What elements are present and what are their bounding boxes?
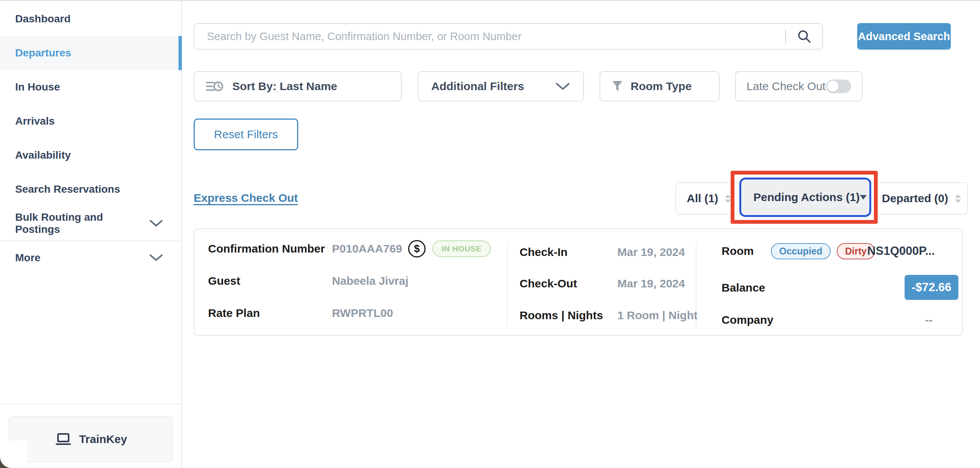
chevron-down-icon [149,220,163,227]
window-corner-mask [0,441,27,468]
sidebar-item-label: Bulk Routing and Postings [15,211,149,235]
sidebar: Dashboard Departures In House Arrivals A… [0,1,182,468]
in-house-badge: IN HOUSE [433,240,491,257]
sidebar-item-label: More [15,252,41,264]
express-check-out-link[interactable]: Express Check Out [194,192,298,205]
guest-label: Guest [208,274,332,287]
sidebar-item-availability[interactable]: Availability [0,138,181,172]
rooms-nights-label: Rooms | Nights [520,309,617,322]
late-check-out-label: Late Check Out [746,80,826,93]
sidebar-item-in-house[interactable]: In House [0,70,181,104]
search-input[interactable] [194,24,785,49]
advanced-search-button[interactable]: Advanced Search [857,23,951,49]
check-out-label: Check-Out [520,277,617,290]
trainkey-label: TrainKey [79,433,127,446]
sort-arrows-icon [955,194,961,203]
sidebar-item-bulk-routing[interactable]: Bulk Routing and Postings [0,206,181,240]
confirmation-row: Confirmation Number P010AAA769 $ IN HOUS… [208,240,491,258]
sidebar-item-label: Arrivals [15,115,54,127]
balance-row: Balance [722,279,765,297]
sidebar-item-label: In House [15,81,60,93]
check-in-value: Mar 19, 2024 [617,246,685,259]
check-in-label: Check-In [520,246,617,259]
caret-down-icon [860,195,867,200]
sort-arrows-icon [725,194,731,203]
search-icon[interactable] [786,24,822,49]
chevron-down-icon [149,254,163,262]
sidebar-item-label: Departures [15,47,71,59]
tab-pending-label: Pending Actions (1) [753,191,860,204]
check-out-row: Check-Out Mar 19, 2024 [520,274,685,293]
sidebar-item-label: Search Reservations [15,183,120,195]
guest-value: Nabeela Jivraj [332,274,409,287]
rooms-nights-value: 1 Room | Night [617,309,698,322]
sidebar-nav: Dashboard Departures In House Arrivals A… [0,1,181,274]
late-check-out-toggle[interactable] [826,79,851,93]
laptop-icon [55,433,72,445]
rooms-nights-row: Rooms | Nights 1 Room | Night [520,306,698,325]
tab-departed[interactable]: Departed (0) [882,183,961,214]
room-row: Room Occupied Dirty NS1Q000P... [722,242,948,260]
reset-filters-button[interactable]: Reset Filters [194,119,298,150]
sidebar-item-arrivals[interactable]: Arrivals [0,104,181,138]
tab-all-label: All (1) [687,192,718,205]
chevron-down-icon [555,82,570,90]
toggle-knob [827,81,838,92]
rate-plan-label: Rate Plan [208,307,332,320]
sidebar-item-departures[interactable]: Departures [0,36,181,70]
funnel-icon [612,80,623,92]
occupied-badge: Occupied [771,243,831,259]
sort-by-time-icon [206,79,224,94]
sidebar-item-more[interactable]: More [0,240,181,274]
confirmation-number-label: Confirmation Number [208,242,332,255]
departures-page: { "sidebar": { "items": [ { "label": "Da… [0,0,980,468]
balance-label: Balance [722,281,765,294]
sidebar-item-label: Dashboard [15,13,70,25]
tab-pending-actions[interactable]: Pending Actions (1) [739,178,871,217]
reservation-card[interactable]: Confirmation Number P010AAA769 $ IN HOUS… [194,228,963,336]
check-in-row: Check-In Mar 19, 2024 [520,243,685,261]
sort-by-dropdown[interactable]: Sort By: Last Name [194,71,402,102]
active-indicator-bar [178,36,182,70]
additional-filters-label: Additional Filters [431,80,524,93]
late-check-out-filter: Late Check Out [735,71,862,102]
balance-amount-chip[interactable]: -$72.66 [905,275,958,300]
rate-plan-value: RWPRTL00 [332,307,393,320]
tab-departed-label: Departed (0) [882,192,948,205]
confirmation-number-value: P010AAA769 [332,242,402,255]
company-value: -- [925,314,932,327]
room-type-filter[interactable]: Room Type [600,71,720,102]
rate-plan-row: Rate Plan RWPRTL00 [208,304,393,322]
sidebar-item-dashboard[interactable]: Dashboard [0,2,181,36]
company-row: Company -- [722,311,948,329]
additional-filters-dropdown[interactable]: Additional Filters [418,71,584,102]
room-label: Room [722,244,771,257]
company-label: Company [722,314,773,327]
sort-by-label: Sort By: Last Name [232,80,337,93]
card-divider [507,243,508,327]
tab-all[interactable]: All (1) [687,183,731,214]
room-number-value: NS1Q000P... [867,244,935,258]
check-out-value: Mar 19, 2024 [617,277,685,290]
trainkey-button[interactable]: TrainKey [9,416,173,462]
room-type-label: Room Type [631,80,692,93]
sidebar-item-label: Availability [15,149,71,161]
search-bar [194,23,823,49]
guest-row: Guest Nabeela Jivraj [208,272,409,290]
sidebar-item-search-reservations[interactable]: Search Reservations [0,172,181,206]
payment-dollar-icon[interactable]: $ [408,240,426,257]
